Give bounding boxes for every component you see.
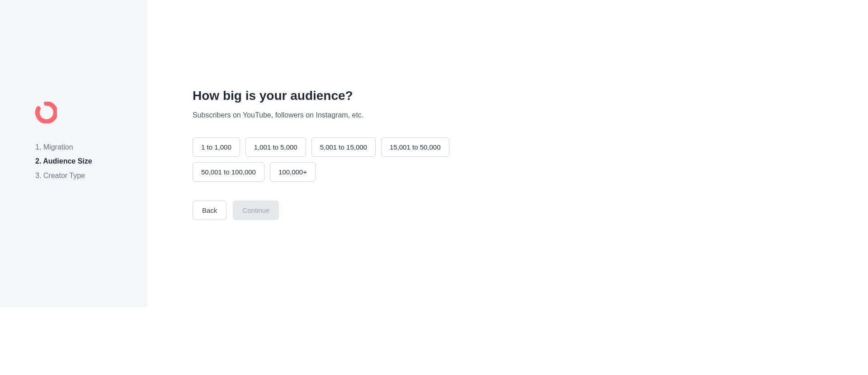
option-1001-to-5000[interactable]: 1,001 to 5,000 <box>245 137 306 157</box>
step-migration[interactable]: 1. Migration <box>35 141 147 153</box>
step-list: 1. Migration 2. Audience Size 3. Creator… <box>35 141 147 184</box>
step-audience-size[interactable]: 2. Audience Size <box>35 155 147 167</box>
logo-icon <box>35 102 147 125</box>
page-title: How big is your audience? <box>193 89 509 103</box>
option-100000-plus[interactable]: 100,000+ <box>270 162 316 182</box>
main-content: How big is your audience? Subscribers on… <box>147 0 868 375</box>
option-15001-to-50000[interactable]: 15,001 to 50,000 <box>381 137 449 157</box>
page-subtitle: Subscribers on YouTube, followers on Ins… <box>193 111 509 119</box>
step-creator-type[interactable]: 3. Creator Type <box>35 170 147 182</box>
continue-button[interactable]: Continue <box>233 201 279 220</box>
option-50001-to-100000[interactable]: 50,001 to 100,000 <box>193 162 264 182</box>
option-1-to-1000[interactable]: 1 to 1,000 <box>193 137 240 157</box>
option-5001-to-15000[interactable]: 5,001 to 15,000 <box>311 137 376 157</box>
nav-buttons: Back Continue <box>193 201 509 220</box>
audience-options: 1 to 1,000 1,001 to 5,000 5,001 to 15,00… <box>193 137 509 182</box>
back-button[interactable]: Back <box>193 201 226 220</box>
sidebar: 1. Migration 2. Audience Size 3. Creator… <box>0 0 147 307</box>
